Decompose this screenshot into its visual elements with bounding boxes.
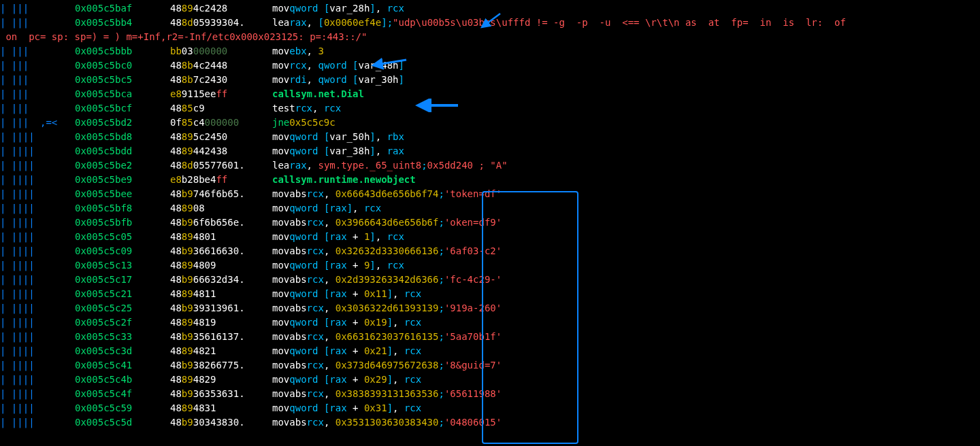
mnemonic: movabs	[272, 273, 307, 287]
hex-bytes: 48b96f6b656e.	[170, 216, 272, 230]
disasm-line[interactable]: | ||| 0x005c5bbbbb03000000mov ebx, 3	[0, 44, 980, 58]
hex-bytes: 488908	[170, 201, 272, 216]
disasm-line[interactable]: | ||| 0x005c5bcf4885c9test rcx, rcx	[0, 101, 980, 116]
flow-gutter: | ||||	[0, 273, 75, 287]
mnemonic: call	[272, 87, 295, 101]
flow-gutter: | |||	[0, 44, 75, 58]
disasm-line[interactable]: | |||| 0x005c5c4f48b936353631.movabs rcx…	[0, 387, 980, 401]
operands: rcx, 0x2d393263342d6366	[307, 273, 439, 287]
disasm-line[interactable]: | |||| 0x005c5c2548b939313961.movabs rcx…	[0, 301, 980, 315]
disasm-line[interactable]: | |||| 0x005c5c2f48894819mov qword [rax …	[0, 315, 980, 330]
disasm-line[interactable]: | |||| 0x005c5c5d48b930343830.movabs rcx…	[0, 415, 980, 430]
disasm-line[interactable]: | |||| 0x005c5c4148b938266775.movabs rcx…	[0, 358, 980, 373]
operands: qword [var_38h], rax	[289, 144, 404, 158]
disasm-line[interactable]: | |||| 0x005c5c1748b966632d34.movabs rcx…	[0, 273, 980, 287]
disasm-line[interactable]: | |||| 0x005c5bf8488908mov qword [rax], …	[0, 201, 980, 216]
flow-gutter: | |||	[0, 73, 75, 87]
hex-bytes: 48894801	[170, 230, 272, 244]
flow-gutter: | |||	[0, 1, 75, 16]
flow-gutter: | ||||	[0, 144, 75, 158]
hex-bytes: 48b936353631.	[170, 387, 272, 401]
address: 0x005c5bca	[75, 87, 170, 101]
disasm-line[interactable]: | |||| 0x005c5c0948b936616630.movabs rcx…	[0, 244, 980, 258]
operands: rax, sym.type._65_uint8	[289, 158, 421, 173]
hex-bytes: e8b28be4ff	[170, 173, 272, 187]
disasm-line[interactable]: | |||| 0x005c5bd848895c2450mov qword [va…	[0, 130, 980, 144]
mnemonic: mov	[272, 401, 289, 415]
operands: qword [rax + 0x11], rcx	[289, 287, 421, 301]
mnemonic: mov	[272, 130, 289, 144]
address: 0x005c5c21	[75, 287, 170, 301]
disasm-line[interactable]: | |||| 0x005c5c5948894831mov qword [rax …	[0, 401, 980, 415]
address: 0x005c5c33	[75, 330, 170, 344]
address: 0x005c5baf	[75, 1, 170, 16]
flow-gutter: | ||||	[0, 244, 75, 258]
address: 0x005c5bbb	[75, 44, 170, 58]
mnemonic: movabs	[272, 216, 307, 230]
disasm-line[interactable]: | |||| 0x005c5c3d48894821mov qword [rax …	[0, 344, 980, 358]
disasm-line[interactable]: | ||| 0x005c5bcae89115eeffcall sym.net.D…	[0, 87, 980, 101]
disasm-line[interactable]: | ||| 0x005c5baf48894c2428mov qword [var…	[0, 1, 980, 16]
disasm-line[interactable]: | |||| 0x005c5bdd4889442438mov qword [va…	[0, 144, 980, 158]
mnemonic: mov	[272, 258, 289, 273]
flow-gutter: | ||||	[0, 387, 75, 401]
hex-bytes: 48894829	[170, 373, 272, 387]
address: 0x005c5c09	[75, 244, 170, 258]
comment: '5aa70b1f'	[444, 330, 502, 344]
address: 0x005c5c5d	[75, 415, 170, 430]
mnemonic: mov	[272, 44, 289, 58]
disasm-line[interactable]: | |||| 0x005c5c2148894811mov qword [rax …	[0, 287, 980, 301]
disasm-line[interactable]: | |||| 0x005c5c4b48894829mov qword [rax …	[0, 373, 980, 387]
flow-gutter: | ||| ,=<	[0, 116, 75, 130]
mnemonic: mov	[272, 1, 289, 16]
address: 0x005c5c4f	[75, 387, 170, 401]
hex-bytes: 4889442438	[170, 144, 272, 158]
disasm-line[interactable]: | ||| 0x005c5bc0488b4c2448mov rcx, qword…	[0, 58, 980, 73]
flow-gutter: | ||||	[0, 230, 75, 244]
operands: ebx, 3	[289, 44, 324, 58]
hex-bytes: 4885c9	[170, 101, 272, 116]
flow-gutter: | ||||	[0, 130, 75, 144]
mnemonic: mov	[272, 58, 289, 73]
flow-gutter: | ||||	[0, 301, 75, 315]
disasm-line[interactable]: | |||| 0x005c5bee48b9746f6b65.movabs rcx…	[0, 187, 980, 201]
mnemonic: mov	[272, 201, 289, 216]
hex-bytes: 0f85c4000000	[170, 116, 272, 130]
disasm-line[interactable]: | |||| 0x005c5c0548894801mov qword [rax …	[0, 230, 980, 244]
comment: '919a-260'	[444, 301, 502, 315]
disasm-line[interactable]: | |||| 0x005c5be9e8b28be4ffcall sym.runt…	[0, 173, 980, 187]
flow-gutter: | ||||	[0, 187, 75, 201]
disasm-line[interactable]: | |||| 0x005c5c3348b935616137.movabs rcx…	[0, 330, 980, 344]
comment: 'oken=df9'	[444, 216, 502, 230]
hex-bytes: e89115eeff	[170, 87, 272, 101]
mnemonic: lea	[272, 158, 289, 173]
disasm-line[interactable]: | |||| 0x005c5bfb48b96f6b656e.movabs rcx…	[0, 216, 980, 230]
comment: '04806015'	[444, 415, 502, 430]
operands: rcx, 0x3838393131363536	[307, 387, 439, 401]
disasm-line[interactable]: | |||| 0x005c5c1348894809mov qword [rax …	[0, 258, 980, 273]
flow-gutter: | |||	[0, 101, 75, 116]
hex-bytes: 488d05577601.	[170, 158, 272, 173]
address: 0x005c5bd2	[75, 116, 170, 130]
disasm-line[interactable]: | ||| 0x005c5bc5488b7c2430mov rdi, qword…	[0, 73, 980, 87]
disassembly-view[interactable]: | ||| 0x005c5baf48894c2428mov qword [var…	[0, 0, 980, 431]
flow-gutter: | ||||	[0, 258, 75, 273]
address: 0x005c5c3d	[75, 344, 170, 358]
hex-bytes: 48b939313961.	[170, 301, 272, 315]
operands: qword [rax + 0x31], rcx	[289, 401, 421, 415]
mnemonic: mov	[272, 344, 289, 358]
address: 0x005c5c59	[75, 401, 170, 415]
mnemonic: movabs	[272, 187, 307, 201]
flow-gutter: | |||	[0, 16, 75, 30]
operands: 0x5c5c9c	[289, 116, 335, 130]
disasm-line[interactable]: | |||| 0x005c5be2488d05577601.lea rax, s…	[0, 158, 980, 173]
operands: qword [var_28h], rcx	[289, 1, 404, 16]
flow-gutter: | |||	[0, 58, 75, 73]
disasm-line[interactable]: | ||| ,=<0x005c5bd20f85c4000000jne 0x5c5…	[0, 116, 980, 130]
address: 0x005c5bfb	[75, 216, 170, 230]
hex-bytes: 48b936616630.	[170, 244, 272, 258]
hex-bytes: 488d05939304.	[170, 16, 272, 30]
disasm-line[interactable]: | ||| 0x005c5bb4488d05939304.lea rax, [0…	[0, 16, 980, 30]
flow-gutter: | ||||	[0, 415, 75, 430]
hex-bytes: 48894c2428	[170, 1, 272, 16]
